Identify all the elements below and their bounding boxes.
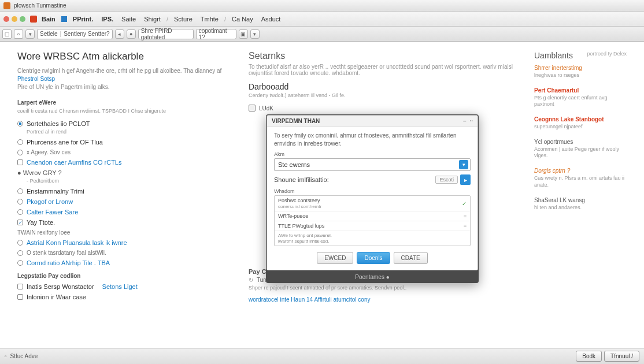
list-item[interactable]: x Ageey. Sov ces xyxy=(17,147,231,157)
menu-item[interactable]: IPS. xyxy=(98,14,117,24)
check-icon[interactable] xyxy=(17,159,23,165)
titlebar: plowsch Tunmastine xyxy=(0,0,644,12)
menu-item[interactable]: Bain xyxy=(38,14,59,24)
dialog-title: VIRPEDMN THAN xyxy=(272,118,320,124)
dialog-input-field[interactable] xyxy=(275,161,457,168)
radio-icon[interactable] xyxy=(17,250,23,256)
dialog-small-button[interactable]: Escoti xyxy=(435,176,458,184)
dropdown-icon[interactable]: ▾ xyxy=(459,160,468,169)
side-link[interactable]: Dorgls cptrn ? xyxy=(534,168,627,174)
item-extra-link[interactable]: Setons Liget xyxy=(102,283,138,290)
intro-link[interactable]: Phestrol Sotsp xyxy=(17,76,55,82)
item-note: - Pedtonitbom xyxy=(27,178,231,184)
bottom-link[interactable]: wordratocel inte Haun 14 Affirtuli atumc… xyxy=(249,296,517,303)
window-title: plowsch Tunmastine xyxy=(14,2,66,9)
tab-1[interactable]: Setlele | Sentleny Sentter? xyxy=(37,29,113,39)
menu-item[interactable]: Saite xyxy=(118,14,139,24)
dialog-create-button[interactable]: CDATE xyxy=(394,252,428,264)
menu-item[interactable]: Scture xyxy=(171,14,196,24)
side-block: Dorgls cptrn ?Cas wrety n. Plsrs a m. om… xyxy=(534,168,627,188)
dialog-primary-button[interactable]: Doenls xyxy=(357,252,390,264)
dashboard-row[interactable]: LUdK xyxy=(249,103,517,113)
dialog-min-icon[interactable]: – xyxy=(463,118,467,124)
radio-icon[interactable] xyxy=(17,150,23,155)
tab-label: Sentleny Sentter? xyxy=(64,31,110,37)
list-item[interactable]: Cormd ratio ANrhip Tile . TBA xyxy=(17,258,231,268)
page-field[interactable]: copotimant 1? xyxy=(196,29,236,39)
radio-icon[interactable] xyxy=(17,188,23,194)
side-block: Pert ChaemartulPts g clenortiy caert enf… xyxy=(534,87,627,108)
item-label: Sortethaies iio PCLOT xyxy=(27,120,90,127)
list-item[interactable]: Inlonion ir Waar case xyxy=(17,292,231,302)
provider-note: portroed ty Delex xyxy=(587,51,627,57)
check-icon[interactable] xyxy=(17,220,23,225)
dialog-cancel-button[interactable]: EWCED xyxy=(317,252,353,264)
list-item[interactable]: Inatis Sersp WonstactorSetons Liget xyxy=(17,281,231,292)
tab-icon[interactable]: □ xyxy=(2,29,12,39)
radio-icon[interactable] xyxy=(17,209,23,215)
pay-subtext: Shper re pajoud I scent atmatted of pr s… xyxy=(249,285,517,291)
section-label: Legpstatio Pay codlion xyxy=(17,273,231,279)
item-label: Cnendon caer Aurnfins CO rCTLs xyxy=(27,159,121,166)
back-icon[interactable]: ◂ xyxy=(115,29,124,39)
status-button[interactable]: Tfnnuul / xyxy=(604,351,639,362)
dialog-list-row[interactable]: Poshwc contsteeyconersund conthemtr✓ xyxy=(275,196,470,211)
check-icon[interactable] xyxy=(17,294,23,300)
drag-icon: ≡ xyxy=(464,213,467,219)
list-item[interactable]: Enstammnalny Trimi xyxy=(17,186,231,196)
checkbox-icon[interactable] xyxy=(249,105,256,112)
list-item[interactable]: Phurcenss ane for OF Tlua xyxy=(17,137,231,147)
dialog-list-row[interactable]: AWe fo wrinp ont pawerel.iwartmr sepultt… xyxy=(275,231,470,246)
tab-icon[interactable]: ▫ xyxy=(14,29,23,39)
right-column: Uamblants Shrrer inerterstimglneghwas ro… xyxy=(534,51,627,303)
side-link[interactable]: Pert Chaemartul xyxy=(534,87,627,94)
side-link[interactable]: ShaSeral LK wansg xyxy=(534,197,627,203)
list-item[interactable]: Astrial Konn Pluansula lask ik iwnre xyxy=(17,237,231,248)
status-button[interactable]: Bodk xyxy=(576,351,602,362)
dialog-main-input[interactable]: ▾ xyxy=(274,158,471,171)
side-link[interactable]: Ycl oportrmues xyxy=(534,139,627,145)
dialog-list-row[interactable]: TTLE PWogtud lups≡ xyxy=(275,221,470,231)
list-item[interactable]: Sortethaies iio PCLOT xyxy=(17,118,231,129)
check-icon[interactable] xyxy=(17,284,23,289)
side-block: Ycl oportrmuesAcommen | auite Pege rgeer… xyxy=(534,139,627,159)
list-item[interactable]: Pkogof or Lronw xyxy=(17,196,231,207)
traffic-min-icon[interactable] xyxy=(12,16,17,22)
item-note: Portred al in rend xyxy=(27,129,231,135)
menu-item[interactable]: Ca Nay xyxy=(228,14,257,24)
modal-dialog: VIRPEDMN THAN – ·· To sery fmily ox cmon… xyxy=(266,114,479,283)
menu-item[interactable]: Shigrt xyxy=(140,14,164,24)
side-text: supetunngel njpateef xyxy=(534,124,627,131)
radio-icon[interactable] xyxy=(17,260,23,266)
menu-item[interactable]: PPrint. xyxy=(69,14,97,24)
radio-icon[interactable] xyxy=(17,199,23,205)
list-item[interactable]: Yay Ttote. xyxy=(17,217,231,228)
item-label: Inatis Sersp Wonstactor xyxy=(27,283,94,290)
menu-item[interactable]: Tmhte xyxy=(197,14,222,24)
dropdown-icon[interactable]: ▾ xyxy=(25,29,35,39)
menu-item[interactable]: Asduct xyxy=(258,14,284,24)
dialog-list-row[interactable]: WRTe-pueoe≡ xyxy=(275,211,470,221)
dashboard-row-label: LUdK xyxy=(259,105,273,112)
address-field[interactable]: Shre FPIRD gatotated xyxy=(138,29,194,39)
traffic-max-icon[interactable] xyxy=(20,16,25,22)
reload-icon[interactable]: ▣ xyxy=(239,29,248,39)
item-label: Enstammnalny Trimi xyxy=(27,188,84,195)
more-icon[interactable]: ▾ xyxy=(250,29,260,39)
item-label: Cormd ratio ANrhip Tile . TBA xyxy=(27,259,110,266)
item-label: Astrial Konn Pluansula lask ik iwnre xyxy=(27,239,127,246)
list-item[interactable]: O stenk tasrdatany foal alstWil. xyxy=(17,248,231,258)
forward-icon[interactable]: ● xyxy=(127,29,136,39)
dialog-action-icon[interactable]: ▸ xyxy=(460,174,471,185)
status-icon: ▫ xyxy=(5,353,7,359)
side-link[interactable]: Ceognns Lake Stanbogot xyxy=(534,116,627,122)
list-item[interactable]: Cnendon caer Aurnfins CO rCTLs xyxy=(17,157,231,168)
status-text: Stfuc Adve xyxy=(10,353,38,359)
list-item[interactable]: Calter Fawer Sare xyxy=(17,207,231,217)
radio-icon[interactable] xyxy=(17,139,23,145)
side-link[interactable]: Shrrer inerterstimg xyxy=(534,65,627,71)
traffic-close-icon[interactable] xyxy=(3,16,9,22)
radio-icon[interactable] xyxy=(17,240,23,246)
radio-icon[interactable] xyxy=(17,121,23,127)
dialog-close-icon[interactable]: ·· xyxy=(469,118,473,124)
